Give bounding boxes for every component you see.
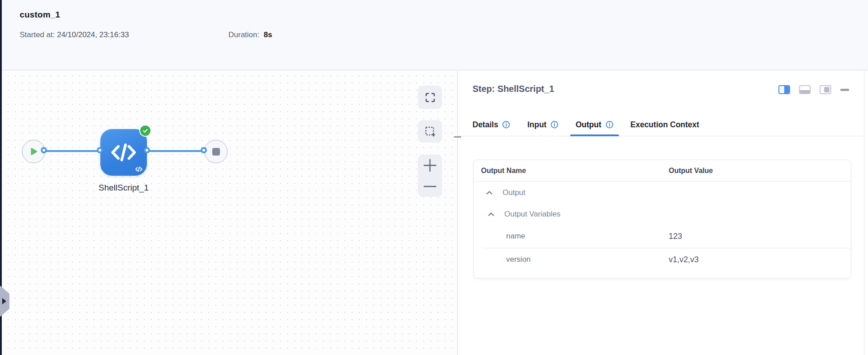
port-end-in[interactable] — [201, 147, 207, 153]
panel-right-icon[interactable] — [820, 85, 831, 94]
node-label: ShellScript_1 — [70, 183, 177, 193]
started-at: Started at: 24/10/2024, 23:16:33 — [20, 30, 129, 39]
table-row[interactable]: Output Variables — [474, 204, 851, 225]
pipeline-execution-view: custom_1 Started at: 24/10/2024, 23:16:3… — [0, 0, 868, 355]
port-start-out[interactable] — [41, 147, 47, 153]
collapse-group-button[interactable] — [488, 212, 494, 216]
output-value: v1,v2,v3 — [669, 255, 699, 264]
table-header-row: Output Name Output Value — [474, 160, 851, 182]
split-vertical-icon[interactable] — [778, 85, 790, 94]
panel-resize-handle[interactable] — [454, 136, 461, 138]
chevron-up-icon — [488, 212, 494, 216]
column-header-output-name: Output Name — [474, 167, 669, 175]
column-header-output-value: Output Value — [669, 167, 713, 175]
stop-icon — [212, 148, 220, 156]
code-icon-small — [135, 166, 143, 173]
play-icon — [30, 147, 38, 156]
zoom-out-button[interactable] — [418, 176, 442, 197]
collapse-group-button[interactable] — [486, 190, 493, 195]
output-name: name — [474, 232, 525, 241]
panel-divider — [457, 71, 458, 355]
execution-header: custom_1 Started at: 24/10/2024, 23:16:3… — [2, 0, 868, 70]
tab-details[interactable]: Details — [473, 113, 510, 136]
fullscreen-button[interactable] — [418, 86, 442, 109]
info-icon[interactable] — [550, 121, 559, 129]
zoom-controls — [418, 155, 442, 197]
port-node-in[interactable] — [97, 147, 103, 153]
zoom-out-icon — [423, 184, 437, 189]
tab-execution-context[interactable]: Execution Context — [631, 113, 700, 136]
table-row: version v1,v2,v3 — [474, 248, 851, 271]
collapse-icon[interactable] — [840, 89, 849, 91]
canvas-controls — [418, 86, 442, 197]
status-badge — [139, 125, 151, 137]
table-row[interactable]: Output — [474, 182, 851, 204]
zoom-in-icon — [423, 158, 437, 173]
expand-sidebar-icon — [2, 298, 6, 304]
split-horizontal-icon[interactable] — [799, 85, 811, 94]
step-tabs: Details Input Output — [458, 113, 864, 136]
started-at-label: Started at: — [20, 30, 55, 39]
shellscript-node[interactable] — [100, 129, 147, 176]
info-icon[interactable] — [502, 121, 510, 129]
check-icon — [142, 127, 149, 134]
fullscreen-icon — [424, 91, 436, 104]
duration: Duration: 8s — [228, 30, 272, 39]
workflow-canvas[interactable]: ShellScript_1 — [2, 71, 457, 355]
output-table-card: Output Name Output Value Output — [473, 160, 851, 278]
output-value: 123 — [669, 232, 682, 241]
tab-output[interactable]: Output — [576, 113, 613, 136]
group-label: Output — [503, 188, 525, 197]
duration-value: 8s — [264, 30, 272, 39]
zoom-in-button[interactable] — [418, 155, 442, 176]
table-row: name 123 — [474, 225, 851, 248]
marquee-select-button[interactable] — [418, 120, 442, 143]
step-title: Step: ShellScript_1 — [473, 84, 554, 94]
started-at-value: 24/10/2024, 23:16:33 — [57, 30, 129, 39]
info-icon[interactable] — [606, 121, 614, 129]
panel-layout-toggles — [778, 85, 849, 94]
group-label: Output Variables — [504, 210, 560, 219]
port-node-out[interactable] — [144, 147, 150, 153]
step-details-panel: Step: ShellScript_1 Details Input — [458, 71, 868, 355]
chevron-up-icon — [486, 190, 493, 195]
end-node[interactable] — [204, 140, 228, 163]
marquee-select-icon — [424, 126, 436, 138]
tab-input[interactable]: Input — [527, 113, 559, 136]
pipeline-name: custom_1 — [20, 10, 60, 20]
duration-label: Duration: — [228, 30, 259, 39]
output-name: version — [474, 255, 531, 264]
code-icon — [109, 140, 138, 165]
